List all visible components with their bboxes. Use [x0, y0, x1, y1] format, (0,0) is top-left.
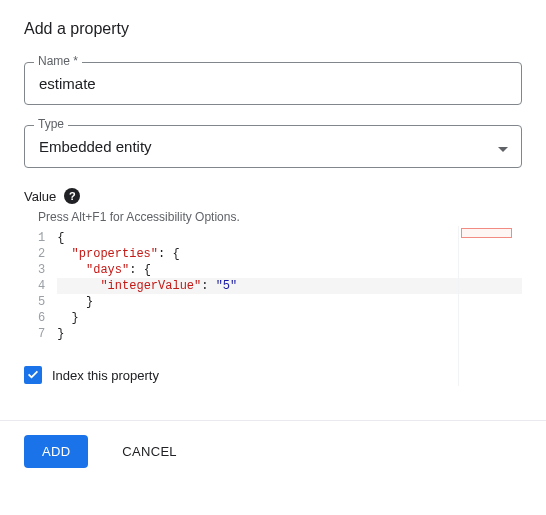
dialog-title: Add a property	[0, 0, 546, 46]
type-field-wrapper: Type Embedded entity	[24, 125, 522, 168]
line-number: 3	[38, 262, 45, 278]
index-checkbox-label: Index this property	[52, 368, 159, 383]
value-label-row: Value ?	[24, 188, 522, 204]
code-line[interactable]: {	[57, 230, 522, 246]
code-line[interactable]: "days": {	[57, 262, 522, 278]
add-property-dialog: Add a property Name * Type Embedded enti…	[0, 0, 546, 482]
line-number: 2	[38, 246, 45, 262]
add-button[interactable]: ADD	[24, 435, 88, 468]
help-icon[interactable]: ?	[64, 188, 80, 204]
code-lines[interactable]: { "properties": { "days": { "integerValu…	[57, 226, 522, 346]
type-select[interactable]: Embedded entity	[24, 125, 522, 168]
dialog-content: Name * Type Embedded entity Value ? Pres…	[0, 46, 546, 384]
code-line[interactable]: }	[57, 326, 522, 342]
code-line[interactable]: }	[57, 294, 522, 310]
name-label: Name *	[34, 54, 82, 68]
line-number: 5	[38, 294, 45, 310]
code-gutter: 1234567	[24, 226, 57, 346]
check-icon	[26, 368, 40, 382]
line-number: 1	[38, 230, 45, 246]
code-line[interactable]: "properties": {	[57, 246, 522, 262]
type-label: Type	[34, 117, 68, 131]
index-checkbox-row[interactable]: Index this property	[24, 366, 522, 384]
code-editor[interactable]: 1234567 { "properties": { "days": { "int…	[24, 226, 522, 346]
value-label: Value	[24, 189, 56, 204]
line-number: 6	[38, 310, 45, 326]
dialog-actions: ADD CANCEL	[0, 420, 546, 482]
line-number: 7	[38, 326, 45, 342]
name-field-wrapper: Name *	[24, 62, 522, 105]
accessibility-hint: Press Alt+F1 for Accessibility Options.	[38, 210, 522, 224]
index-checkbox[interactable]	[24, 366, 42, 384]
line-number: 4	[38, 278, 45, 294]
cancel-button[interactable]: CANCEL	[104, 435, 195, 468]
name-input[interactable]	[24, 62, 522, 105]
code-line[interactable]: "integerValue": "5"	[57, 278, 522, 294]
code-line[interactable]: }	[57, 310, 522, 326]
